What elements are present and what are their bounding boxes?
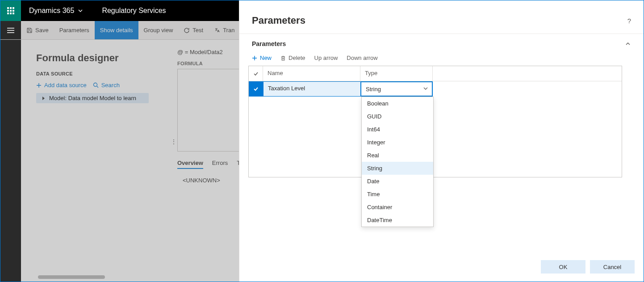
caret-right-icon (42, 97, 45, 100)
up-arrow-button[interactable]: Up arrow (314, 55, 338, 61)
add-ds-label: Add data source (44, 82, 87, 88)
test-label: Test (192, 27, 203, 34)
save-button[interactable]: Save (21, 21, 54, 39)
panel-footer: OK Cancel (541, 260, 635, 274)
translate-icon (214, 27, 220, 34)
type-option[interactable]: Integer (362, 136, 433, 149)
type-dropdown-list[interactable]: BooleanGUIDInt64IntegerRealStringDateTim… (361, 97, 434, 227)
select-all-checkbox[interactable] (249, 66, 263, 81)
column-header-type[interactable]: Type (360, 66, 433, 81)
type-option[interactable]: GUID (362, 110, 433, 123)
add-data-source-button[interactable]: Add data source (36, 82, 87, 88)
ok-button[interactable]: OK (541, 260, 585, 274)
delete-label: Delete (289, 55, 305, 61)
table-row: Taxation Level String (249, 81, 622, 97)
type-value: String (366, 86, 381, 93)
left-rail (0, 40, 21, 282)
up-label: Up arrow (314, 55, 338, 61)
search-label: Search (101, 82, 120, 88)
resize-handle-icon[interactable]: ⋮ (171, 138, 177, 145)
tab-overview[interactable]: Overview (177, 160, 203, 169)
check-icon (253, 86, 259, 92)
cancel-button[interactable]: Cancel (590, 260, 635, 274)
type-option[interactable]: Boolean (362, 97, 433, 110)
help-icon[interactable]: ? (627, 17, 631, 25)
app-launcher-button[interactable] (0, 0, 21, 21)
show-details-label: Show details (100, 27, 133, 34)
translate-label: Tran (223, 27, 234, 34)
parameters-label: Parameters (59, 27, 89, 34)
model-tree-node[interactable]: Model: Data model Model to learn (36, 93, 149, 103)
row-select-checkbox[interactable] (249, 81, 263, 97)
type-option[interactable]: Container (362, 201, 433, 214)
test-button[interactable]: Test (178, 21, 209, 39)
horizontal-scrollbar[interactable] (38, 275, 105, 279)
chevron-down-icon (78, 8, 83, 13)
parameters-grid: Name Type Taxation Level String BooleanG… (248, 66, 622, 177)
save-icon (26, 27, 33, 34)
translate-button[interactable]: Tran (209, 21, 240, 39)
type-option[interactable]: Int64 (362, 123, 433, 136)
section-label: Parameters (252, 40, 286, 47)
group-view-button[interactable]: Group view (138, 21, 179, 39)
module-title[interactable]: Regulatory Services (91, 0, 176, 21)
panel-header: Parameters ? (239, 0, 644, 34)
name-value: Taxation Level (268, 85, 305, 92)
search-icon (93, 82, 99, 88)
type-option[interactable]: String (362, 162, 433, 175)
type-option[interactable]: DateTime (362, 214, 433, 227)
check-icon (253, 71, 259, 77)
panel-section-header[interactable]: Parameters (239, 34, 644, 55)
down-label: Down arrow (347, 55, 377, 61)
type-option[interactable]: Date (362, 175, 433, 188)
trash-icon (280, 55, 286, 61)
type-option[interactable]: Real (362, 149, 433, 162)
column-header-name[interactable]: Name (263, 66, 360, 81)
refresh-icon (184, 27, 190, 34)
new-label: New (260, 55, 272, 61)
hamburger-icon (7, 28, 14, 33)
type-option[interactable]: Time (362, 188, 433, 201)
delete-button[interactable]: Delete (280, 55, 305, 61)
down-arrow-button[interactable]: Down arrow (347, 55, 377, 61)
type-dropdown[interactable]: String (360, 81, 433, 97)
parameters-panel: Parameters ? Parameters New Delete Up ar… (239, 0, 644, 282)
plus-icon (36, 83, 42, 88)
panel-title: Parameters (252, 15, 305, 26)
chevron-up-icon (625, 41, 631, 47)
nav-toggle-button[interactable] (0, 21, 21, 39)
show-details-button[interactable]: Show details (95, 21, 138, 39)
waffle-icon (7, 7, 14, 14)
grid-toolbar: New Delete Up arrow Down arrow (239, 55, 644, 66)
model-node-label: Model: Data model Model to learn (49, 95, 136, 101)
brand-label: Dynamics 365 (29, 7, 74, 15)
parameters-button[interactable]: Parameters (54, 21, 95, 39)
search-button[interactable]: Search (93, 82, 120, 88)
svg-point-0 (93, 83, 97, 87)
grid-header-row: Name Type (249, 66, 622, 81)
brand-menu[interactable]: Dynamics 365 (21, 0, 91, 21)
chevron-down-icon (423, 86, 428, 93)
name-cell[interactable]: Taxation Level (263, 81, 360, 97)
save-label: Save (35, 27, 49, 34)
group-view-label: Group view (144, 27, 173, 34)
plus-icon (252, 55, 257, 61)
new-button[interactable]: New (252, 55, 272, 61)
tab-errors[interactable]: Errors (212, 160, 228, 169)
